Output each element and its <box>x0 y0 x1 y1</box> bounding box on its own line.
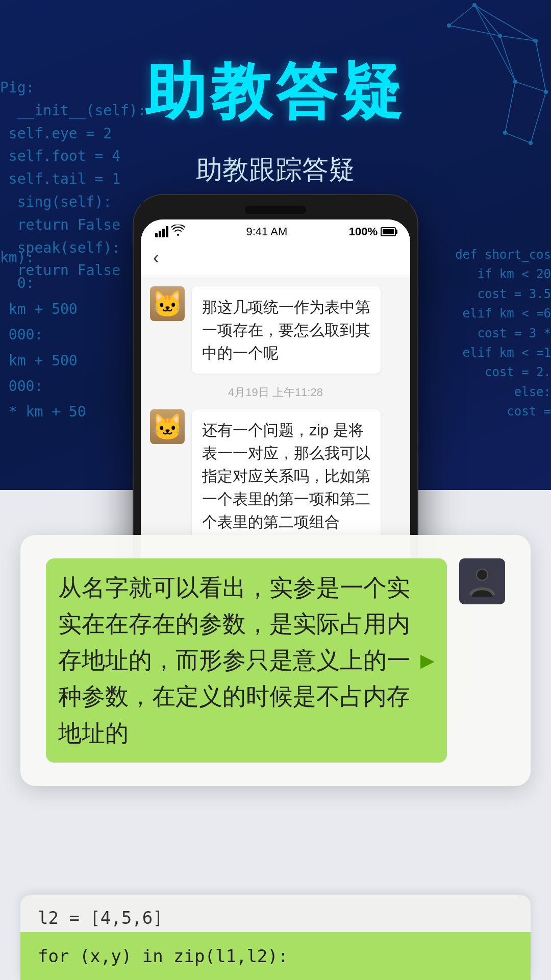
phone-notch <box>245 206 306 214</box>
status-bar: 9:41 AM 100% <box>141 219 410 242</box>
arrow-icon: ▶ <box>420 650 435 671</box>
phone-notch-bar <box>141 202 410 217</box>
teacher-reply-section: 从名字就可以看出，实参是一个实实在在存在的参数，是实际占用内存地址的，而形参只是… <box>20 535 531 786</box>
back-button[interactable]: ‹ <box>153 247 159 268</box>
bottom-code-section: l2 = [4,5,6] for (x,y) in zip(l1,l2): <box>20 895 531 980</box>
message-bubble-2: 还有一个问题，zip 是将表一一对应，那么我可以指定对应关系吗，比如第一个表里的… <box>192 409 381 543</box>
status-time: 9:41 AM <box>246 225 288 238</box>
teacher-reply-bubble: 从名字就可以看出，实参是一个实实在在存在的参数，是实际占用内存地址的，而形参只是… <box>20 535 531 786</box>
svg-point-17 <box>447 23 451 28</box>
page-title: 助教答疑 <box>0 51 551 134</box>
battery-percent: 100% <box>349 225 378 238</box>
chat-area: 那这几项统一作为表中第一项存在，要怎么取到其中的一个呢 4月19日 上午11:2… <box>141 276 410 564</box>
svg-point-16 <box>498 34 502 38</box>
bubble-content: 从名字就可以看出，实参是一个实实在在存在的参数，是实际占用内存地址的，而形参只是… <box>46 558 505 763</box>
nav-bar: ‹ <box>141 242 410 276</box>
svg-point-13 <box>534 39 538 43</box>
chat-message-1: 那这几项统一作为表中第一项存在，要怎么取到其中的一个呢 <box>150 286 401 374</box>
svg-line-7 <box>449 5 474 26</box>
svg-point-12 <box>472 3 477 7</box>
teacher-reply-text: 从名字就可以看出，实参是一个实实在在存在的参数，是实际占用内存地址的，而形参只是… <box>58 570 414 751</box>
message-bubble-1: 那这几项统一作为表中第一项存在，要怎么取到其中的一个呢 <box>192 286 381 374</box>
svg-line-5 <box>500 36 536 41</box>
status-left <box>155 225 185 239</box>
svg-point-22 <box>477 570 487 580</box>
timestamp-1: 4月19日 上午11:28 <box>150 385 401 400</box>
code-bg-left-bottom: km): 0: km + 500 000: km + 500 000: * km… <box>0 245 143 425</box>
battery-icon <box>381 227 396 236</box>
wifi-icon <box>171 225 185 239</box>
chat-message-2: 还有一个问题，zip 是将表一一对应，那么我可以指定对应关系吗，比如第一个表里的… <box>150 409 401 543</box>
signal-icon <box>155 226 168 237</box>
student-avatar-1 <box>150 286 185 321</box>
teacher-avatar <box>459 558 505 604</box>
code-lines-2-3: for (x,y) in zip(l1,l2): <box>20 932 531 980</box>
code-line-1: l2 = [4,5,6] <box>20 895 531 932</box>
code-bg-right: def short_cos if km < 20 cost = 3.5 elif… <box>408 245 551 422</box>
student-avatar-2 <box>150 409 185 444</box>
green-reply-bubble: 从名字就可以看出，实参是一个实实在在存在的参数，是实际占用内存地址的，而形参只是… <box>46 558 447 763</box>
status-right: 100% <box>349 225 396 238</box>
